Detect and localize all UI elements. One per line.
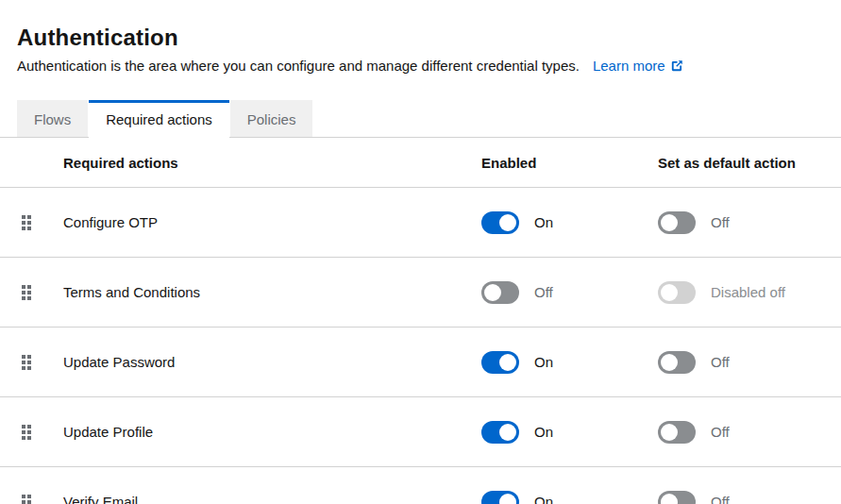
page-title: Authentication <box>17 25 824 50</box>
enabled-toggle-label: On <box>534 354 553 370</box>
grip-vertical-icon <box>21 354 32 371</box>
table-row: Verify Email On Off <box>0 467 841 504</box>
default-action-cell: Disabled off <box>658 281 841 304</box>
enabled-toggle-label: On <box>534 494 553 504</box>
default-action-cell: Off <box>658 351 841 374</box>
toggle-knob <box>499 424 516 441</box>
external-link-icon <box>670 59 683 76</box>
action-name: Terms and Conditions <box>63 284 481 300</box>
tab-required-actions-label: Required actions <box>106 111 212 127</box>
enabled-cell: On <box>481 421 658 444</box>
default-action-cell: Off <box>658 421 841 444</box>
toggle-knob <box>499 494 516 504</box>
default-action-toggle-label: Off <box>711 494 730 504</box>
enabled-cell: On <box>481 211 658 234</box>
enabled-cell: On <box>481 351 658 374</box>
page-description: Authentication is the area where you can… <box>17 58 580 74</box>
table-row: Update Profile On Off <box>0 397 841 467</box>
default-action-toggle[interactable] <box>658 491 696 504</box>
required-actions-table: Required actions Enabled Set as default … <box>0 138 841 504</box>
table-row: Configure OTP On Off <box>0 188 841 258</box>
grip-vertical-icon <box>21 424 32 441</box>
drag-handle[interactable] <box>21 423 36 442</box>
tab-policies-label: Policies <box>247 111 296 127</box>
table-row: Update Password On Off <box>0 328 841 397</box>
learn-more-link[interactable]: Learn more <box>593 58 683 74</box>
toggle-knob <box>499 214 516 231</box>
grip-vertical-icon <box>21 494 32 504</box>
default-action-toggle <box>658 281 696 304</box>
enabled-toggle[interactable] <box>481 491 519 504</box>
tab-flows-label: Flows <box>34 111 71 127</box>
default-action-cell: Off <box>658 491 841 504</box>
toggle-knob <box>661 284 678 301</box>
enabled-toggle[interactable] <box>481 421 519 444</box>
table-header-row: Required actions Enabled Set as default … <box>0 138 841 188</box>
drag-handle[interactable] <box>21 353 36 372</box>
drag-handle[interactable] <box>21 213 36 232</box>
toggle-knob <box>661 424 678 441</box>
default-action-toggle-label: Off <box>711 214 730 230</box>
enabled-toggle-label: Off <box>534 284 553 300</box>
enabled-toggle-label: On <box>534 424 553 440</box>
default-action-cell: Off <box>658 211 841 234</box>
enabled-toggle[interactable] <box>481 211 519 234</box>
enabled-toggle-label: On <box>534 214 553 230</box>
table-row: Terms and Conditions Off Disabled off <box>0 258 841 328</box>
tab-required-actions[interactable]: Required actions <box>89 100 229 138</box>
page-description-line: Authentication is the area where you can… <box>17 59 824 76</box>
toggle-knob <box>661 494 678 504</box>
drag-handle[interactable] <box>21 283 36 302</box>
default-action-toggle[interactable] <box>658 351 696 374</box>
tab-flows[interactable]: Flows <box>17 100 88 138</box>
action-name: Verify Email <box>63 494 481 504</box>
tab-bar: Flows Required actions Policies <box>0 100 841 138</box>
enabled-cell: On <box>481 491 658 504</box>
drag-handle[interactable] <box>21 493 36 504</box>
toggle-knob <box>661 354 678 371</box>
action-name: Update Password <box>63 354 481 370</box>
tab-policies[interactable]: Policies <box>230 100 313 138</box>
default-action-toggle-label: Off <box>711 354 730 370</box>
column-header-enabled: Enabled <box>481 155 658 171</box>
column-header-required-actions: Required actions <box>63 155 481 171</box>
default-action-toggle-label: Off <box>711 424 730 440</box>
column-header-default-action: Set as default action <box>658 155 841 171</box>
toggle-knob <box>499 354 516 371</box>
enabled-toggle[interactable] <box>481 351 519 374</box>
learn-more-label: Learn more <box>593 58 665 74</box>
default-action-toggle[interactable] <box>658 421 696 444</box>
page-header: Authentication Authentication is the are… <box>0 0 841 76</box>
default-action-toggle-label: Disabled off <box>711 284 785 300</box>
toggle-knob <box>484 284 501 301</box>
enabled-toggle[interactable] <box>481 281 519 304</box>
action-name: Configure OTP <box>63 214 481 230</box>
toggle-knob <box>661 214 678 231</box>
grip-vertical-icon <box>21 214 32 231</box>
action-name: Update Profile <box>63 424 481 440</box>
grip-vertical-icon <box>21 284 32 301</box>
default-action-toggle[interactable] <box>658 211 696 234</box>
enabled-cell: Off <box>481 281 658 304</box>
